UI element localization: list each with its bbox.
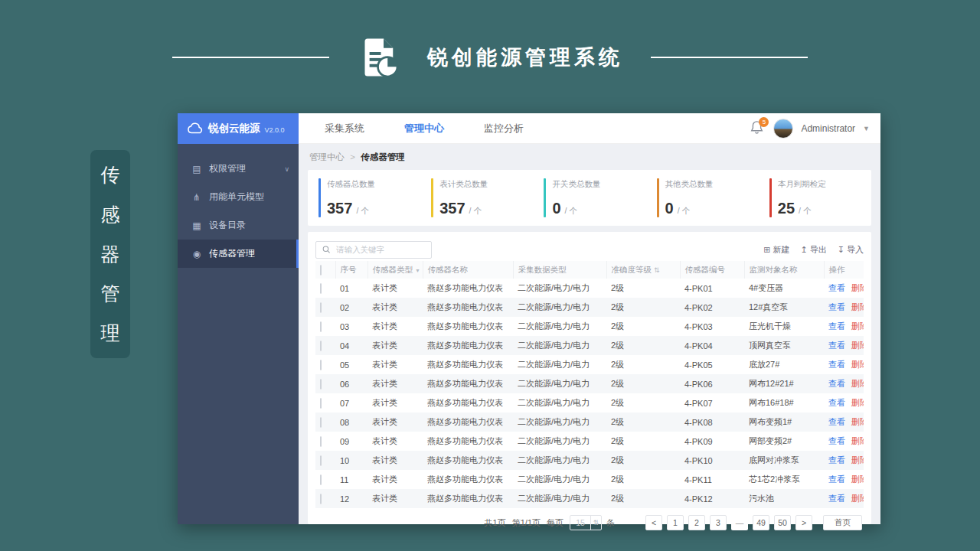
delete-link[interactable]: 删除 — [851, 455, 864, 465]
row-checkbox[interactable] — [320, 360, 322, 370]
row-checkbox[interactable] — [320, 302, 322, 313]
sort-icon[interactable]: ⇅ — [654, 266, 660, 274]
user-menu-caret-icon[interactable]: ▼ — [863, 125, 870, 132]
delete-link[interactable]: 删除 — [851, 474, 864, 484]
page-number-button[interactable]: 2 — [688, 515, 705, 530]
column-header: 操作 — [824, 261, 864, 279]
view-link[interactable]: 查看 — [828, 494, 845, 503]
prev-page-button[interactable]: < — [645, 515, 662, 530]
row-checkbox[interactable] — [320, 283, 322, 294]
sidebar-item[interactable]: ◉传感器管理 — [178, 240, 299, 268]
view-link[interactable]: 查看 — [828, 474, 845, 484]
row-checkbox[interactable] — [320, 341, 322, 351]
cell-accuracy: 2级 — [606, 317, 680, 336]
stat-unit: / 个 — [469, 206, 482, 215]
view-link[interactable]: 查看 — [828, 341, 845, 350]
delete-link[interactable]: 删除 — [851, 341, 864, 350]
cell-sensor-code: 4-PK09 — [680, 432, 744, 451]
vertical-label-char: 传 — [101, 165, 120, 184]
stat-label: 表计类总数量 — [439, 178, 488, 190]
sidebar-item[interactable]: ⋔用能单元模型 — [178, 183, 299, 211]
pager-perpage-label: 每页 — [547, 517, 564, 529]
row-checkbox[interactable] — [320, 455, 322, 466]
delete-link[interactable]: 删除 — [851, 494, 864, 503]
sidebar-item-label: 传感器管理 — [209, 247, 255, 260]
row-checkbox[interactable] — [320, 436, 322, 447]
stat-value: 357 — [439, 200, 465, 217]
select-all-checkbox[interactable] — [320, 265, 322, 276]
per-page-select[interactable]: 15 ⇅ — [570, 515, 602, 530]
header-line-left — [172, 57, 329, 58]
topnav-item[interactable]: 采集系统 — [305, 113, 384, 143]
topnav-item[interactable]: 监控分析 — [464, 113, 544, 143]
search-input[interactable] — [336, 245, 425, 254]
new-icon: ⊞ — [763, 245, 770, 255]
breadcrumb-parent[interactable]: 管理中心 — [309, 152, 345, 161]
delete-link[interactable]: 删除 — [851, 321, 864, 331]
table-card: ⊞新建↥导出↧导入 序号传感器类型▼传感器名称采集数据类型准确度等级⇅传感器编号… — [308, 232, 871, 524]
stat-value: 0 — [665, 200, 674, 217]
cell-sensor-type: 表计类 — [368, 412, 423, 432]
main-area: 采集系统管理中心监控分析 5 Administrator ▼ 管理中心 > 传感… — [299, 113, 880, 524]
content-area: 管理中心 > 传感器管理 传感器总数量357/ 个表计类总数量357/ 个开关类… — [299, 144, 880, 524]
delete-link[interactable]: 删除 — [851, 283, 864, 292]
page-number-button[interactable]: 49 — [753, 515, 769, 530]
delete-link[interactable]: 删除 — [851, 302, 864, 311]
topnav-item[interactable]: 管理中心 — [384, 113, 464, 143]
cell-sensor-code: 4-PK11 — [680, 470, 744, 489]
row-checkbox[interactable] — [320, 398, 322, 409]
view-link[interactable]: 查看 — [828, 455, 845, 465]
cell-no: 08 — [335, 412, 368, 432]
delete-link[interactable]: 删除 — [851, 436, 864, 445]
page-number-button[interactable]: 1 — [667, 515, 684, 530]
delete-link[interactable]: 删除 — [851, 379, 864, 388]
cell-sensor-type: 表计类 — [368, 336, 423, 355]
delete-link[interactable]: 删除 — [851, 398, 864, 407]
cell-sensor-name: 燕赵多功能电力仪表 — [423, 470, 513, 489]
row-checkbox[interactable] — [320, 417, 322, 428]
table-row: 11表计类燕赵多功能电力仪表二次能源/电力/电力2级4-PK11芯1芯2冲浆泵查… — [315, 470, 864, 489]
table-row: 10表计类燕赵多功能电力仪表二次能源/电力/电力2级4-PK10底网对冲浆泵查看… — [315, 451, 864, 470]
avatar[interactable] — [773, 119, 793, 139]
create-button[interactable]: ⊞新建 — [763, 244, 789, 256]
view-link[interactable]: 查看 — [828, 379, 845, 388]
view-link[interactable]: 查看 — [828, 302, 845, 311]
next-page-button[interactable]: > — [795, 515, 812, 530]
cell-data-type: 二次能源/电力/电力 — [513, 470, 606, 489]
device-catalog-icon: ▦ — [191, 220, 202, 231]
export-button[interactable]: ↥导出 — [801, 244, 827, 256]
cell-sensor-type: 表计类 — [368, 279, 423, 298]
delete-link[interactable]: 删除 — [851, 417, 864, 426]
table-toolbar: ⊞新建↥导出↧导入 — [315, 238, 864, 261]
filter-icon[interactable]: ▼ — [415, 268, 420, 273]
row-checkbox[interactable] — [320, 474, 322, 485]
view-link[interactable]: 查看 — [828, 283, 845, 292]
row-checkbox[interactable] — [320, 321, 322, 332]
sidebar-item[interactable]: ▦设备目录 — [178, 211, 299, 240]
stat-unit: / 个 — [565, 206, 577, 215]
delete-link[interactable]: 删除 — [851, 360, 864, 369]
view-link[interactable]: 查看 — [828, 398, 845, 407]
sidebar-item[interactable]: ▤权限管理∨ — [178, 155, 299, 183]
vertical-label-char: 器 — [101, 245, 120, 264]
vertical-label: 传感器管理 — [90, 150, 130, 358]
view-link[interactable]: 查看 — [828, 417, 845, 426]
view-link[interactable]: 查看 — [828, 321, 845, 331]
cell-accuracy: 2级 — [606, 393, 680, 412]
per-page-stepper-icon[interactable]: ⇅ — [590, 516, 601, 530]
cell-data-type: 二次能源/电力/电力 — [513, 432, 606, 451]
page-number-button[interactable]: 50 — [774, 515, 791, 530]
row-checkbox[interactable] — [320, 494, 322, 504]
table-row: 04表计类燕赵多功能电力仪表二次能源/电力/电力2级4-PK04顶网真空泵查看删… — [315, 336, 864, 355]
page-number-button[interactable]: 3 — [710, 515, 727, 530]
view-link[interactable]: 查看 — [828, 436, 845, 445]
column-header: 序号 — [335, 261, 368, 279]
row-checkbox[interactable] — [320, 379, 322, 390]
cell-accuracy: 2级 — [606, 470, 680, 489]
stat-unit: / 个 — [356, 206, 368, 215]
first-page-button[interactable]: 首页 — [823, 515, 862, 530]
view-link[interactable]: 查看 — [828, 360, 845, 369]
import-button[interactable]: ↧导入 — [838, 244, 864, 256]
page-header: 锐创能源管理系统 — [0, 32, 980, 83]
notification-bell-icon[interactable]: 5 — [750, 120, 766, 137]
